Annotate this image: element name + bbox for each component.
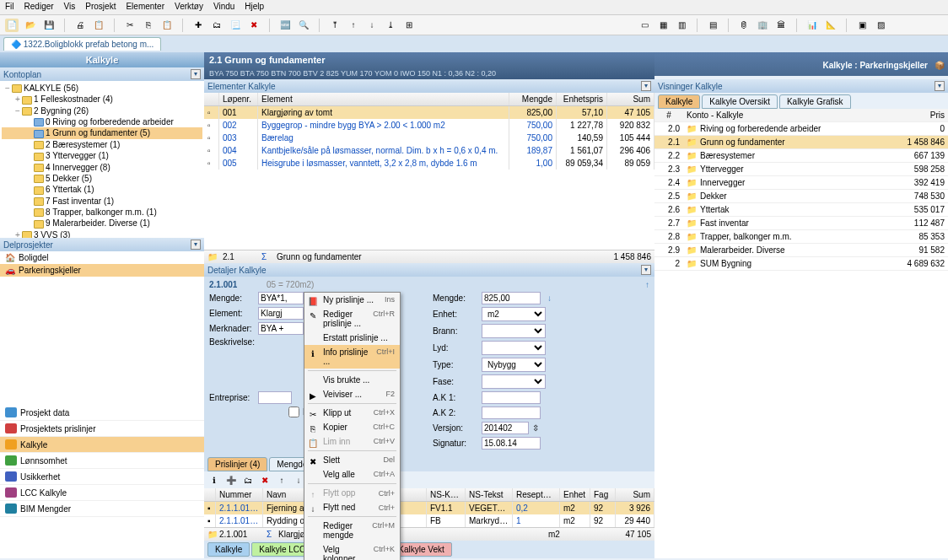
delprosjekter-toggle-icon[interactable]: ▾ [191,240,201,250]
nav-up-icon[interactable]: ↑ [645,280,649,289]
pcol-nr[interactable]: Nummer [216,488,263,501]
tool-k2-icon[interactable]: ▨ [874,19,887,32]
tool-db1-icon[interactable]: 🛢 [737,19,751,32]
tool-up-icon[interactable]: ↑ [347,19,360,32]
merk-input[interactable] [258,322,304,335]
nav-down-icon[interactable]: ↓ [547,293,552,303]
tree-node[interactable]: 2 Bæresystemer (1) [2,139,202,150]
vis-row[interactable]: 2.2 📁 Bæresystemer 667 139 [654,149,948,163]
nav-item[interactable]: Usikkerhet [0,469,204,485]
vis-row[interactable]: 2.5 📁 Dekker 748 530 [654,190,948,203]
lyd-select[interactable] [482,341,546,355]
menu-item[interactable]: ✂Klipp utCtrl+X [304,406,400,420]
vis-row[interactable]: 2 📁 SUM Bygning 4 689 632 [654,257,948,271]
menu-vindu[interactable]: Vindu [213,2,234,13]
vis-row[interactable]: 2.8 📁 Trapper, balkonger m.m. 85 353 [654,230,948,244]
tool-cards-icon[interactable]: 🗂 [210,19,224,32]
vcol-nr[interactable]: # [654,109,683,121]
element-row[interactable]: ▫ 002 Byggegrop - mindre bygg BYA > 2.00… [204,119,654,132]
delprosjekt-item[interactable]: 🏠Boligdel [0,251,204,264]
tool-open-icon[interactable]: 📂 [24,19,37,32]
tool-down-icon[interactable]: ↓ [365,19,379,32]
pris-info-icon[interactable]: ℹ [207,473,221,487]
menu-item[interactable]: Velg kolonner ...Ctrl+K [304,542,400,560]
menu-item[interactable]: ↓Flytt nedCtrl+ [304,500,400,514]
vis-row[interactable]: 2.7 📁 Fast inventar 112 487 [654,217,948,230]
nav-item[interactable]: Prosjektets prislinjer [0,421,204,437]
tree-node[interactable]: +1 Felleskostnader (4) [2,94,202,105]
tool-copy-icon[interactable]: ⎘ [142,19,155,32]
type-select[interactable]: Nybygg [482,358,546,372]
tree-node[interactable]: 6 Yttertak (1) [2,184,202,195]
menu-item[interactable]: Erstatt prislinje ... [304,331,400,345]
menu-item[interactable]: 📕Ny prislinje ...Ins [304,293,400,307]
menu-prosjekt[interactable]: Prosjekt [85,2,116,13]
delprosjekt-item[interactable]: 🚗Parkeringskjeller [0,264,204,277]
tree-node[interactable]: 9 Malerarbeider. Diverse (1) [2,218,202,229]
enhet-select[interactable]: m2 [482,307,546,321]
tool-chart-icon[interactable]: 📊 [805,19,819,32]
element-row[interactable]: ▫ 001 Klargjøring av tomt 825,00 57,10 4… [204,106,654,119]
tab-prislinjer[interactable]: Prislinjer (4) [207,457,267,471]
menu-vis[interactable]: Vis [64,2,76,13]
tree-node[interactable]: 7 Fast inventar (1) [2,196,202,207]
pcol-res[interactable]: Reseptmen... [513,488,560,501]
tool-insert-icon[interactable]: ✚ [191,19,205,32]
entreprise-input[interactable] [258,391,292,404]
pcol-enh[interactable]: Enhet [560,488,590,501]
col-sum[interactable]: Sum [607,93,654,105]
menu-item[interactable]: ✎Rediger prislinje ...Ctrl+R [304,307,400,331]
vtab-oversikt[interactable]: Kalkyle Oversikt [702,94,778,109]
vcol-pris[interactable]: Pris [881,109,948,121]
nav-item[interactable]: LCC Kalkyle [0,485,204,501]
tool-panel2-icon[interactable]: ▦ [656,19,670,32]
element-row[interactable]: ▫ 004 Kantbjelke/såle på løsmasser, norm… [204,144,654,157]
tree-node[interactable]: 8 Trapper, balkonger m.m. (1) [2,207,202,218]
ak1-input[interactable] [482,391,541,404]
tree-node[interactable]: 4 Innervegger (8) [2,162,202,173]
menu-item[interactable]: ℹInfo prislinje ...Ctrl+I [304,345,400,369]
tool-panel1-icon[interactable]: ▭ [638,19,651,32]
tree-node[interactable]: 0 Riving og forberedende arbeider [2,116,202,127]
vis-row[interactable]: 2.0 📁 Riving og forberedende arbeider 0 [654,122,948,136]
pcol-fag[interactable]: Fag [590,488,616,501]
sign-input[interactable] [482,437,541,450]
menu-item[interactable]: Vis brukte ... [304,373,400,387]
window-tab[interactable]: 🔷 1322.Boligblokk prefab betong m... [3,37,161,51]
element-row[interactable]: ▫ 003 Bærelag 750,00 140,59 105 444 [204,132,654,144]
nav-item[interactable]: Prosjekt data [0,405,204,421]
nav-item[interactable]: Kalkyle [0,437,204,453]
stepper-icon[interactable]: ⇳ [532,423,539,433]
tree-node-selected[interactable]: 1 Grunn og fundamenter (5) [2,127,202,138]
menu-rediger[interactable]: Rediger [24,2,54,13]
tool-new-icon[interactable]: 📄 [5,19,19,32]
pris-cards-icon[interactable]: 🗂 [241,473,255,487]
col-mengde[interactable]: Mengde [509,93,557,105]
tool-db2-icon[interactable]: 🏢 [756,19,769,32]
tree-node[interactable]: 5 Dekker (5) [2,173,202,184]
tool-new2-icon[interactable]: 🆕 [278,19,292,32]
tool-search-icon[interactable]: 🔍 [297,19,310,32]
menu-hjelp[interactable]: Hjelp [245,2,264,13]
tool-page-icon[interactable]: 📃 [229,19,242,32]
vis-row[interactable]: 2.9 📁 Malerarbeider. Diverse 91 582 [654,244,948,257]
pcol-sum[interactable]: Sum [616,488,654,501]
kontoplan-toggle-icon[interactable]: ▾ [191,69,201,79]
tool-expand-icon[interactable]: ⊞ [402,19,416,32]
element-row[interactable]: ▫ 005 Heisgrube i løsmasser, vanntett, 3… [204,157,654,170]
vtab-grafisk[interactable]: Kalkyle Grafisk [779,94,851,109]
tree-node[interactable]: +3 VVS (3) [2,229,202,238]
col-enhetspris[interactable]: Enhetspris [557,93,607,105]
tool-print-icon[interactable]: 🖨 [73,19,87,32]
menu-fil[interactable]: Fil [5,2,14,13]
tool-save-icon[interactable]: 💾 [42,19,56,32]
pris-add-icon[interactable]: ➕ [224,473,238,487]
btab-kalkyle[interactable]: Kalkyle [207,542,250,557]
mengde2-input[interactable] [482,292,541,304]
menu-item[interactable]: ⎘KopierCtrl+C [304,420,400,434]
vis-row[interactable]: 2.3 📁 Yttervegger 598 258 [654,163,948,176]
tool-bottom-icon[interactable]: ⤓ [384,19,397,32]
vis-row[interactable]: 2.1 📁 Grunn og fundamenter 1 458 846 [654,136,948,149]
nav-item[interactable]: Lønnsomhet [0,453,204,469]
fase-select[interactable] [482,374,546,389]
